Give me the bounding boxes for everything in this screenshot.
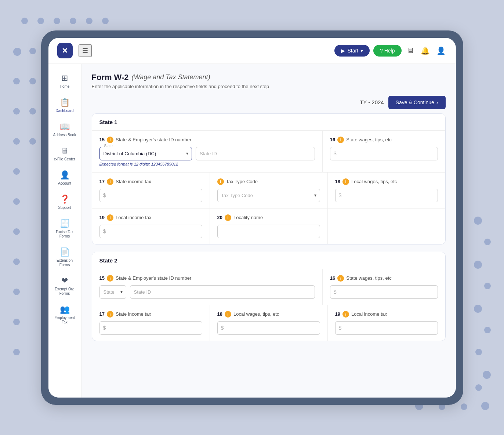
box19-num: 19 [99, 215, 105, 220]
start-icon: ▶ [341, 48, 345, 54]
save-continue-button[interactable]: Save & Continue › [388, 96, 446, 109]
box19-input-wrap: $ [99, 225, 202, 238]
state2-box16-input[interactable] [330, 285, 438, 299]
sidebar-item-excise-tax[interactable]: 🧾 Excise Tax Forms [50, 215, 79, 242]
state2-box19-input[interactable] [335, 321, 438, 335]
box18-num: 18 [335, 179, 340, 184]
state1-box17-input[interactable] [99, 189, 202, 202]
state1-row1: 15 i State & Employer's state ID number … [92, 131, 445, 173]
hamburger-button[interactable]: ☰ [79, 44, 92, 57]
state1-box17: 17 i State income tax $ [92, 173, 210, 208]
box18-label: Local wages, tips, etc [351, 179, 397, 184]
state2-box19: 19 i Local income tax $ [328, 305, 445, 341]
box16-info-icon[interactable]: i [337, 137, 344, 143]
sidebar-item-employment-tax[interactable]: 👥 Employment Tax [50, 301, 79, 328]
account-icon: 👤 [60, 170, 70, 180]
tax-type-label-row: i Tax Type Code [217, 178, 320, 185]
tax-type-info-icon[interactable]: i [217, 178, 224, 185]
box18-info-icon[interactable]: i [342, 178, 349, 185]
sidebar-item-support[interactable]: ❓ Support [50, 191, 79, 214]
state2-card: State 2 15 i State & Employer's state ID… [92, 252, 446, 341]
box16-label: State wages, tips, etc [346, 137, 392, 142]
box17-num: 17 [99, 179, 105, 184]
app-logo: ✕ [57, 43, 73, 58]
notification-button[interactable]: 🔔 [419, 45, 431, 57]
state1-box15: 15 i State & Employer's state ID number … [92, 131, 323, 172]
state2-box16: 16 i State wages, tips, etc $ [323, 269, 445, 305]
screen-button[interactable]: 🖥 [405, 45, 416, 56]
state2-box16-info-icon[interactable]: i [337, 275, 344, 282]
state1-box20: 20 i Locality name [210, 209, 328, 244]
box19-info-icon[interactable]: i [107, 214, 113, 221]
start-button[interactable]: ▶ Start ▾ [334, 45, 370, 57]
box16-num: 16 [330, 137, 335, 142]
state1-row3-empty [328, 209, 445, 244]
box15-label: State & Employer's state ID number [116, 137, 191, 142]
address-book-icon: 📖 [60, 122, 70, 131]
state1-box18-input[interactable] [335, 189, 438, 202]
state1-state-select-wrap: State District of Columbia (DC) ▾ [99, 147, 192, 160]
state2-box19-num: 19 [335, 311, 340, 317]
sidebar-item-extension-forms[interactable]: 📄 Extension Forms [50, 244, 79, 271]
box20-info-icon[interactable]: i [225, 214, 231, 221]
box19-dollar-sign: $ [103, 228, 106, 234]
sidebar-item-exempt-org[interactable]: ❤ Exempt Org Forms [50, 272, 79, 300]
box17-input-wrap: $ [99, 189, 202, 202]
box18-dollar-sign: $ [339, 192, 342, 198]
state1-box16-input[interactable] [330, 147, 438, 160]
state2-box17-input-wrap: $ [99, 321, 202, 335]
state2-box15-num: 15 [99, 275, 105, 281]
box17-info-icon[interactable]: i [107, 178, 113, 185]
state2-state-select-wrap: State ▾ [99, 285, 126, 299]
state1-hint: Expected format is 12 digits: 1234567890… [99, 162, 315, 166]
sidebar-item-address-book[interactable]: 📖 Address Book [50, 118, 79, 141]
state2-box18-input[interactable] [217, 321, 320, 335]
box15-num: 15 [99, 137, 105, 142]
box17-label: State income tax [116, 179, 151, 184]
sidebar-item-account[interactable]: 👤 Account [50, 167, 79, 189]
box16-input-wrap: $ [330, 147, 438, 160]
help-button[interactable]: ? Help [373, 45, 401, 57]
state1-box19: 19 i Local income tax $ [92, 209, 210, 244]
chevron-right-icon: › [436, 99, 438, 105]
state-select-label: State [103, 144, 114, 148]
state2-box18: 18 i Local wages, tips, etc $ [210, 305, 328, 341]
state2-box18-label: Local wages, tips, etc [233, 311, 279, 317]
state1-tax-type-dropdown[interactable]: Tax Type Code Option A Option B [217, 189, 320, 202]
state2-box19-dollar: $ [339, 325, 342, 331]
state2-box18-num: 18 [217, 311, 222, 317]
state1-state-dropdown[interactable]: District of Columbia (DC) [99, 147, 192, 160]
efile-icon: 🖥 [61, 146, 69, 156]
state2-row1: 15 i State & Employer's state ID number … [92, 269, 445, 305]
state2-box17-info-icon[interactable]: i [107, 311, 113, 318]
sidebar-item-home[interactable]: ⊞ Home [50, 70, 79, 93]
state2-box18-info-icon[interactable]: i [225, 311, 231, 318]
box16-dollar-sign: $ [334, 151, 337, 156]
state1-box19-label-row: 19 i Local income tax [99, 214, 202, 221]
profile-button[interactable]: 👤 [435, 45, 447, 57]
sidebar-item-dashboard[interactable]: 📋 Dashboard [50, 94, 79, 117]
state2-state-id-input[interactable] [130, 285, 315, 299]
page-layout: ⊞ Home 📋 Dashboard 📖 Address Book 🖥 e-Fi… [48, 64, 456, 398]
state2-box17-dollar: $ [103, 325, 106, 331]
state1-box19-input[interactable] [99, 225, 202, 238]
state1-state-id-input[interactable] [196, 147, 315, 160]
state2-box17-input[interactable] [99, 321, 202, 335]
state1-box20-input[interactable] [217, 225, 320, 238]
main-content: Form W-2 (Wage and Tax Statement) Enter … [81, 64, 456, 398]
state2-row2: 17 i State income tax $ [92, 305, 445, 341]
state2-box17-label: State income tax [116, 311, 151, 317]
state2-box17: 17 i State income tax $ [92, 305, 210, 341]
state2-box19-label-row: 19 i Local income tax [335, 311, 438, 318]
box15-info-icon[interactable]: i [107, 137, 113, 143]
state2-state-dropdown[interactable]: State [99, 285, 126, 299]
state2-box17-num: 17 [99, 311, 105, 317]
state2-box19-info-icon[interactable]: i [342, 311, 349, 318]
exempt-org-icon: ❤ [61, 276, 68, 286]
state2-box16-label: State wages, tips, etc [346, 275, 392, 281]
sidebar-item-efile[interactable]: 🖥 e-File Center [50, 142, 79, 165]
state2-box15-label-row: 15 i State & Employer's state ID number [99, 275, 315, 282]
state1-card: State 1 15 i State & Employer's state ID… [92, 113, 446, 244]
state2-box15-info-icon[interactable]: i [107, 275, 113, 282]
state2-state-id-group: State ▾ [99, 285, 315, 299]
